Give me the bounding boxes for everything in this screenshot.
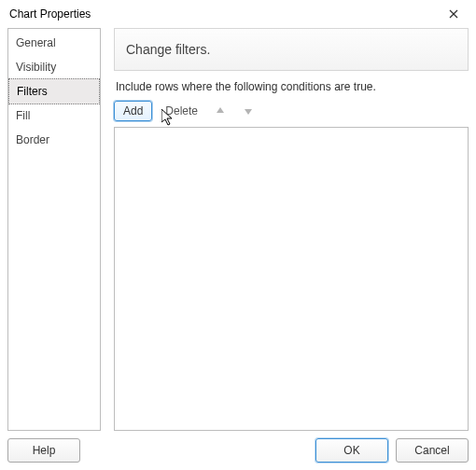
section-heading: Change filters. xyxy=(114,28,469,71)
category-sidebar: General Visibility Filters Fill Border xyxy=(7,28,101,431)
sidebar-item-fill[interactable]: Fill xyxy=(8,104,100,128)
arrow-down-icon xyxy=(243,105,254,117)
chart-properties-dialog: Chart Properties General Visibility Filt… xyxy=(0,0,476,470)
cancel-button[interactable]: Cancel xyxy=(396,438,469,463)
add-button[interactable]: Add xyxy=(114,101,152,121)
sidebar-item-border[interactable]: Border xyxy=(8,128,100,152)
filter-toolbar: Add Delete xyxy=(114,101,469,127)
sidebar-item-general[interactable]: General xyxy=(8,31,100,55)
filter-list[interactable] xyxy=(114,127,469,431)
svg-marker-3 xyxy=(245,109,252,115)
close-icon xyxy=(449,9,458,19)
delete-button[interactable]: Delete xyxy=(161,102,202,120)
close-button[interactable] xyxy=(439,1,469,27)
dialog-footer: Help OK Cancel xyxy=(0,431,476,470)
arrow-up-icon xyxy=(215,105,226,117)
ok-button[interactable]: OK xyxy=(315,438,388,463)
main-panel: Change filters. Include rows where the f… xyxy=(114,28,469,431)
titlebar: Chart Properties xyxy=(0,0,476,28)
instruction-text: Include rows where the following conditi… xyxy=(114,78,469,101)
move-down-button[interactable] xyxy=(239,102,258,120)
sidebar-item-visibility[interactable]: Visibility xyxy=(8,55,100,79)
help-button[interactable]: Help xyxy=(7,438,80,463)
move-up-button[interactable] xyxy=(211,102,230,120)
window-title: Chart Properties xyxy=(9,7,439,21)
sidebar-item-filters[interactable]: Filters xyxy=(8,78,100,104)
svg-marker-2 xyxy=(217,107,224,113)
